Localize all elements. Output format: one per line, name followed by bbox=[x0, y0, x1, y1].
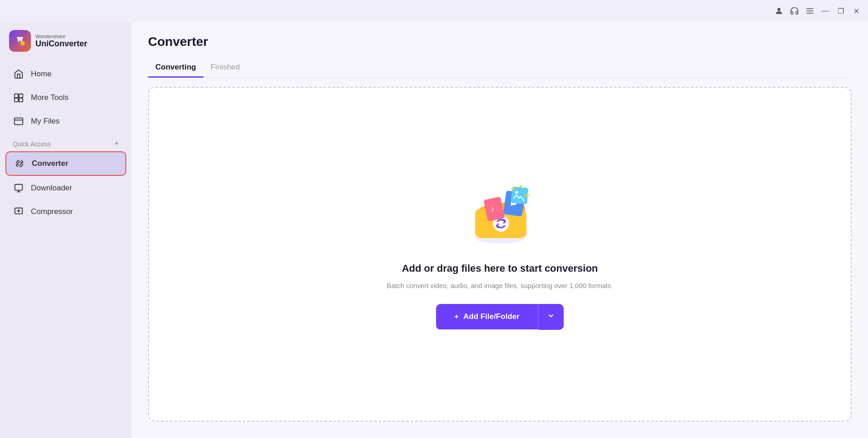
svg-rect-6 bbox=[19, 94, 23, 98]
user-icon[interactable] bbox=[774, 6, 784, 15]
logo-brand: Wondershare bbox=[35, 34, 87, 39]
main-content: Converter Converting Finished bbox=[132, 22, 868, 438]
logo-product: UniConverter bbox=[35, 39, 87, 49]
svg-rect-9 bbox=[15, 118, 23, 125]
add-file-dropdown-button[interactable] bbox=[538, 304, 564, 330]
sidebar: Wondershare UniConverter Home bbox=[0, 22, 132, 438]
downloader-icon bbox=[13, 182, 25, 194]
compressor-icon bbox=[13, 206, 25, 218]
title-bar: — ❐ ✕ bbox=[0, 0, 868, 22]
quick-access-label: Quick Access bbox=[13, 140, 51, 148]
sidebar-logo: Wondershare UniConverter bbox=[0, 22, 132, 63]
app-layout: Wondershare UniConverter Home bbox=[0, 22, 868, 438]
more-tools-icon bbox=[13, 92, 25, 104]
window-controls: — ❐ ✕ bbox=[774, 6, 861, 15]
drop-zone-title: Add or drag files here to start conversi… bbox=[402, 263, 598, 274]
maximize-button[interactable]: ❐ bbox=[836, 6, 845, 15]
svg-point-4 bbox=[20, 41, 25, 46]
svg-point-27 bbox=[519, 185, 521, 187]
close-button[interactable]: ✕ bbox=[852, 6, 861, 15]
tab-converting[interactable]: Converting bbox=[148, 58, 203, 78]
converter-icon bbox=[14, 158, 25, 169]
svg-text:♪: ♪ bbox=[491, 204, 495, 214]
chevron-down-icon bbox=[547, 312, 555, 322]
sidebar-item-label: My Files bbox=[31, 117, 60, 126]
quick-access-nav: Converter Downloader bbox=[0, 151, 132, 223]
logo-text: Wondershare UniConverter bbox=[35, 34, 87, 49]
add-file-button[interactable]: + Add File/Folder bbox=[436, 304, 538, 329]
converter-illustration: ♪ bbox=[464, 179, 536, 252]
svg-point-11 bbox=[18, 162, 21, 165]
page-title: Converter bbox=[148, 35, 852, 49]
drop-zone-container: ♪ bbox=[132, 78, 868, 438]
sidebar-item-more-tools[interactable]: More Tools bbox=[5, 86, 126, 109]
svg-rect-12 bbox=[15, 184, 23, 190]
tab-bar: Converting Finished bbox=[148, 58, 852, 78]
quick-access-add[interactable]: + bbox=[114, 139, 119, 149]
menu-icon[interactable] bbox=[805, 6, 814, 15]
svg-point-0 bbox=[778, 8, 781, 11]
sidebar-item-label: More Tools bbox=[31, 93, 69, 102]
svg-rect-8 bbox=[19, 98, 23, 102]
sidebar-item-my-files[interactable]: My Files bbox=[5, 110, 126, 133]
sidebar-item-compressor[interactable]: Compressor bbox=[5, 200, 126, 223]
quick-access-header: Quick Access + bbox=[0, 133, 132, 151]
sidebar-item-home[interactable]: Home bbox=[5, 63, 126, 85]
add-file-button-group: + Add File/Folder bbox=[436, 304, 564, 330]
sidebar-item-downloader[interactable]: Downloader bbox=[5, 177, 126, 199]
sidebar-item-label: Downloader bbox=[31, 184, 72, 193]
minimize-button[interactable]: — bbox=[821, 6, 830, 15]
home-icon bbox=[13, 68, 25, 80]
svg-rect-5 bbox=[15, 94, 18, 98]
svg-point-25 bbox=[511, 188, 514, 190]
logo-icon bbox=[9, 30, 31, 52]
drop-zone[interactable]: ♪ bbox=[148, 87, 852, 422]
sidebar-item-label: Compressor bbox=[31, 207, 73, 216]
page-header: Converter bbox=[132, 22, 868, 58]
my-files-icon bbox=[13, 115, 25, 127]
sidebar-item-label: Home bbox=[31, 70, 51, 79]
drop-zone-subtitle: Batch convert video, audio, and image fi… bbox=[387, 282, 613, 289]
headphone-icon[interactable] bbox=[790, 6, 799, 15]
sidebar-nav: Home More Tools My Fil bbox=[0, 63, 132, 133]
sidebar-item-label: Converter bbox=[32, 159, 68, 168]
svg-rect-7 bbox=[15, 98, 18, 102]
add-file-label: Add File/Folder bbox=[463, 312, 520, 321]
plus-icon: + bbox=[454, 312, 459, 321]
sidebar-item-converter[interactable]: Converter bbox=[5, 151, 126, 176]
tab-finished[interactable]: Finished bbox=[203, 58, 247, 78]
